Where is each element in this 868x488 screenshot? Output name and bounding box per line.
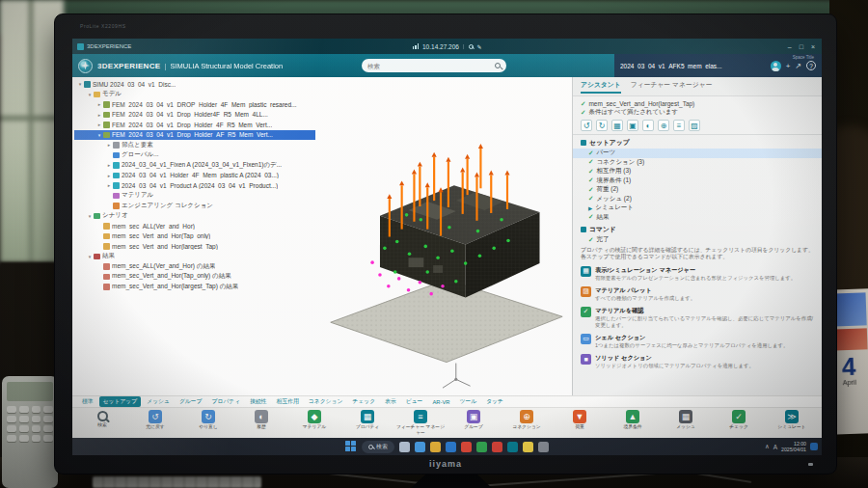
tree-item[interactable]: グローバル... (74, 150, 315, 161)
expand-icon[interactable]: ▸ (106, 182, 112, 188)
assistant-tool-icon-2[interactable]: ▦ (611, 120, 623, 131)
tree-item[interactable]: mem_sec_ALL(Ver_and_Hor) の結果 (74, 261, 315, 272)
task-view-icon[interactable] (399, 442, 410, 452)
tree-item[interactable]: mem_sec_Vert_and_Hor(Tap_only) の結果 (74, 272, 315, 283)
store-icon[interactable] (476, 442, 487, 452)
setup-section-header[interactable]: セットアップ (573, 135, 822, 149)
tab-assistant[interactable]: アシスタント (581, 80, 621, 94)
3ds-compass-icon[interactable] (78, 59, 93, 73)
ribbon-tool[interactable]: ✓チェック (713, 410, 765, 435)
notifications-icon[interactable] (810, 443, 818, 450)
tree-item[interactable]: mem_sec_Vert_and_Hor(largest_Tap) (74, 241, 315, 252)
ribbon-tab[interactable]: ツール (455, 396, 480, 407)
add-button[interactable]: + (786, 62, 791, 70)
edge-icon[interactable] (446, 442, 456, 452)
command-tool[interactable]: ■ソリッド セクションソリッドジオメトリの領域にマテリアルプロパティを適用します… (573, 351, 822, 371)
ribbon-tab[interactable]: 相互作用 (273, 396, 303, 407)
office-icon[interactable] (492, 442, 502, 452)
assistant-tool-icon-4[interactable]: ◐ (642, 120, 654, 131)
widgets-icon[interactable] (415, 442, 425, 452)
tree-item[interactable]: ▸FEM_2024_03_04_v1_Drop_Holder_4F_R5_Mem… (74, 120, 315, 130)
expand-icon[interactable]: ▾ (87, 92, 93, 97)
tab-feature-manager[interactable]: フィーチャー マネージャー (631, 80, 713, 94)
maximize-button[interactable]: □ (800, 43, 803, 50)
tree-item[interactable]: mem_sec_Vert_and_Hor(Tap_only) (74, 231, 315, 242)
ribbon-tool[interactable]: ▣グループ (448, 410, 500, 435)
3dexperience-icon[interactable] (507, 442, 518, 452)
assistant-tool-icon-5[interactable]: ⊕ (658, 120, 669, 131)
ribbon-tool[interactable]: ≡フィーチャー マネージャー (394, 410, 447, 435)
ribbon-tool[interactable]: ▼荷重 (554, 410, 606, 435)
chrome-icon[interactable] (461, 442, 472, 452)
tree-item[interactable]: ▾結果 (74, 252, 315, 262)
expand-icon[interactable]: ▸ (106, 142, 112, 148)
assistant-tool-icon-0[interactable]: ↺ (581, 120, 592, 131)
user-avatar[interactable] (771, 61, 781, 71)
ribbon-tab[interactable]: 標準 (78, 396, 97, 407)
assistant-tool-icon-3[interactable]: ▣ (627, 120, 638, 131)
command-tool[interactable]: ▭シェル セクション1つまたは複数のサーフェスに均一な厚みとマテリアルプロパティ… (573, 331, 822, 351)
ribbon-tool[interactable]: ↺元に戻す (129, 410, 181, 435)
active-model-tab[interactable]: 2024_03_04_v1_AFK5_mem_elas... (620, 63, 722, 69)
command-tool[interactable]: ▦表示/シミュレーション マネージャー有限要素モデルのプレゼンテーションに含まれ… (573, 263, 822, 284)
setup-item[interactable]: コネクション (3) (573, 158, 822, 168)
assistant-tool-icon-6[interactable]: ≡ (673, 120, 685, 131)
tree-item[interactable]: ▾シナリオ (74, 211, 315, 222)
ribbon-tab[interactable]: ビュー (402, 396, 427, 407)
tree-item[interactable]: ▸節点と要素 (74, 140, 315, 150)
tree-item[interactable]: ▾SIMU 2024_03_04_v1_Disc... (74, 79, 315, 90)
search-input[interactable] (367, 63, 491, 69)
ribbon-tool[interactable]: ↻やり直し (182, 410, 234, 435)
tree-item[interactable]: ▾モデル (74, 90, 315, 100)
tray-icon-1[interactable]: A (773, 444, 777, 450)
ribbon-tool[interactable]: ⊕コネクション (501, 410, 553, 435)
ribbon-tool[interactable]: ▦メッシュ (660, 410, 712, 435)
viewport-3d[interactable] (312, 77, 574, 400)
expand-icon[interactable]: ▾ (77, 81, 83, 87)
ribbon-tab[interactable]: メッシュ (143, 396, 174, 407)
ribbon-tool[interactable]: ▦プロパティ (341, 410, 393, 435)
ribbon-tab[interactable]: セットアップ (99, 396, 142, 407)
ribbon-tab[interactable]: タッチ (482, 396, 507, 407)
setup-item[interactable]: 相互作用 (3) (573, 167, 822, 176)
command-tool[interactable]: ▨マテリアル パレットすべての種類のマテリアルを作成します。 (573, 284, 822, 304)
simulate-item[interactable]: シミュレート (573, 203, 822, 213)
expand-icon[interactable]: ▸ (106, 162, 112, 168)
ribbon-tool[interactable]: ◐履歴 (235, 410, 287, 435)
done-item[interactable]: 完了 (573, 235, 822, 245)
result-item[interactable]: 結果 (573, 213, 822, 223)
expand-icon[interactable]: ▸ (96, 101, 102, 107)
ribbon-tab[interactable]: グループ (176, 396, 206, 407)
expand-icon[interactable]: ▾ (96, 132, 102, 138)
assistant-tool-icon-1[interactable]: ↻ (596, 120, 608, 131)
ribbon-tool[interactable]: ◆マテリアル (288, 410, 340, 435)
tray-icon-0[interactable]: ∧ (765, 443, 770, 450)
taskbar-search[interactable]: 検索 (362, 441, 394, 453)
ribbon-tool[interactable]: 検索 (76, 410, 128, 433)
ribbon-tab[interactable]: 接続性 (246, 396, 270, 407)
expand-icon[interactable]: ▾ (87, 254, 93, 259)
global-search[interactable] (362, 59, 506, 72)
tree-item[interactable]: ▸FEM_2024_03_04_v1_DROP_Holder_4F_Mem_pl… (74, 99, 315, 110)
tree-item[interactable]: マテリアル (74, 191, 315, 202)
setup-item[interactable]: 境界条件 (1) (573, 176, 822, 186)
tree-item[interactable]: ▸2024_03_04_v1_Holder_4F_Mem_plastic A (… (74, 171, 315, 181)
file-explorer-icon[interactable] (430, 442, 441, 452)
tree-item[interactable]: ▸2024_03_04_v1_Fixen A (2024_03_04_v1_Fi… (74, 160, 315, 171)
ribbon-tab[interactable]: コネクション (305, 396, 347, 407)
setup-item[interactable]: パーツ (573, 149, 822, 158)
expand-icon[interactable]: ▾ (87, 213, 93, 219)
command-tool[interactable]: ✓マテリアルを確認選択したパーツに割り当てられているマテリアルを確認し、必要に応… (573, 304, 822, 331)
expand-icon[interactable]: ▸ (96, 112, 102, 118)
ribbon-tab[interactable]: チェック (348, 396, 379, 407)
tree-item[interactable]: ▾FEM_2024_03_04_v1_Drop_Holder_AF_R5_Mem… (74, 130, 315, 141)
ribbon-tool[interactable]: ▲境界条件 (607, 410, 659, 435)
search-icon[interactable] (468, 44, 473, 49)
search-icon[interactable] (495, 63, 501, 68)
expand-icon[interactable]: ▸ (96, 122, 102, 127)
assistant-tool-icon-7[interactable]: ▨ (689, 120, 700, 131)
start-button[interactable] (345, 441, 357, 452)
expand-icon[interactable]: ▸ (106, 173, 112, 178)
share-icon[interactable]: ↗ (795, 62, 801, 70)
taskbar-clock[interactable]: 12:00 2025/04/01 (781, 441, 806, 453)
